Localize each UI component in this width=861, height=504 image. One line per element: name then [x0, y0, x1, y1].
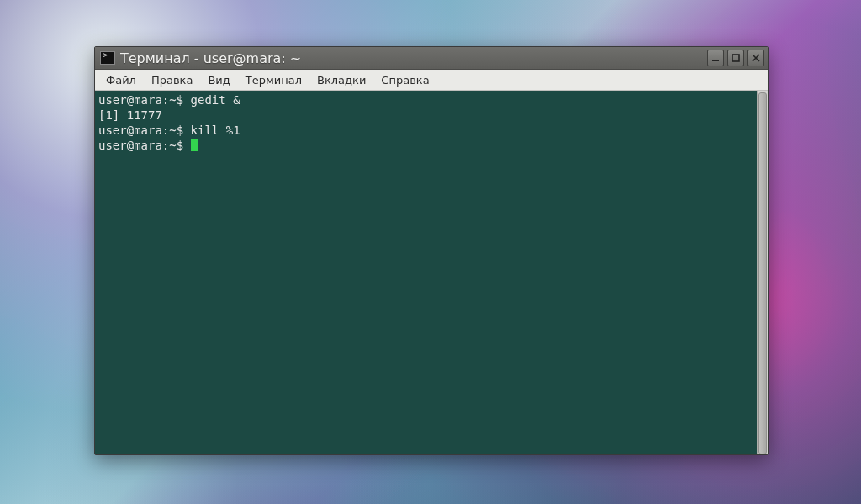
terminal-area: user@mara:~$ gedit &[1] 11777user@mara:~… — [95, 91, 768, 454]
menubar: Файл Правка Вид Терминал Вкладки Справка — [95, 70, 768, 91]
close-button[interactable] — [747, 50, 764, 66]
scrollbar-thumb[interactable] — [758, 92, 767, 454]
maximize-button[interactable] — [727, 50, 744, 66]
window-title: Терминал - user@mara: ~ — [120, 50, 702, 66]
menu-terminal[interactable]: Терминал — [238, 72, 309, 88]
menu-help[interactable]: Справка — [373, 72, 436, 88]
terminal-app-icon — [100, 51, 115, 65]
terminal-cursor — [191, 139, 198, 151]
menu-file[interactable]: Файл — [98, 72, 144, 88]
menu-tabs[interactable]: Вкладки — [309, 72, 373, 88]
terminal-output[interactable]: user@mara:~$ gedit &[1] 11777user@mara:~… — [95, 91, 757, 454]
menu-edit[interactable]: Правка — [144, 72, 200, 88]
close-icon — [752, 54, 760, 62]
terminal-window: Терминал - user@mara: ~ Файл Правка Вид … — [94, 46, 769, 455]
minimize-icon — [711, 54, 720, 62]
terminal-line: user@mara:~$ kill %1 — [98, 123, 753, 138]
terminal-line: [1] 11777 — [98, 108, 753, 123]
desktop-wallpaper: Терминал - user@mara: ~ Файл Правка Вид … — [0, 0, 861, 504]
terminal-line: user@mara:~$ — [98, 138, 753, 153]
minimize-button[interactable] — [707, 50, 724, 66]
maximize-icon — [732, 54, 740, 62]
window-titlebar[interactable]: Терминал - user@mara: ~ — [95, 47, 768, 70]
terminal-line: user@mara:~$ gedit & — [98, 92, 753, 108]
svg-rect-1 — [732, 55, 739, 61]
menu-view[interactable]: Вид — [200, 72, 237, 88]
window-controls — [707, 50, 764, 66]
vertical-scrollbar[interactable] — [757, 91, 768, 454]
svg-rect-0 — [712, 60, 719, 61]
